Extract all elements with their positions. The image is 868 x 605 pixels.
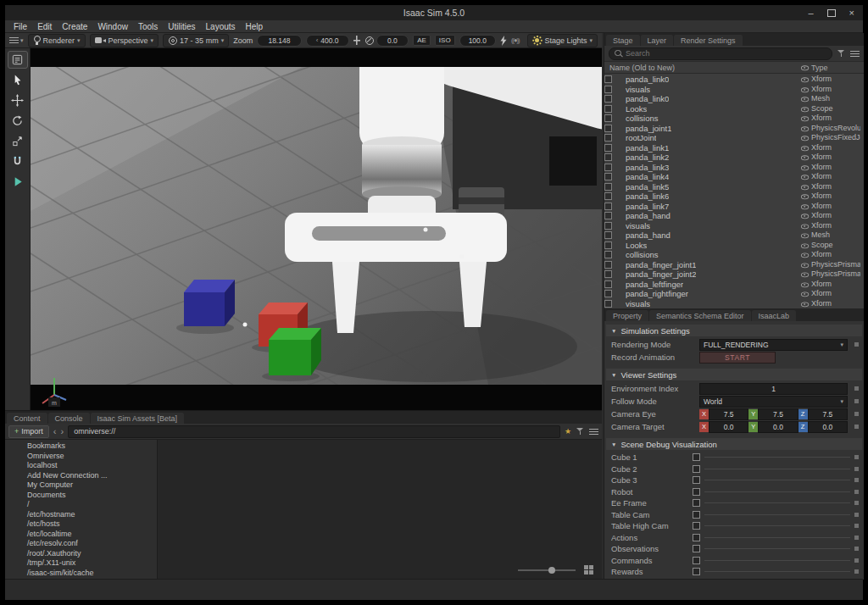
expander-icon[interactable] xyxy=(604,203,612,210)
auto-exposure-toggle[interactable]: AE xyxy=(413,35,431,46)
visibility-eye-icon[interactable] xyxy=(800,86,810,93)
visibility-eye-icon[interactable] xyxy=(800,173,810,180)
camera-eye-x-field[interactable]: 7.5 xyxy=(709,408,748,420)
visibility-eye-icon[interactable] xyxy=(800,114,810,122)
content-tab[interactable]: Console xyxy=(48,413,90,424)
expander-icon[interactable] xyxy=(604,280,612,288)
scale-tool-button[interactable] xyxy=(8,132,28,150)
move-target-icon[interactable] xyxy=(353,36,360,45)
visibility-eye-icon[interactable] xyxy=(800,261,810,269)
visibility-eye-icon[interactable] xyxy=(800,144,810,152)
content-tree-row[interactable]: /etc/hosts xyxy=(5,519,157,530)
content-tab[interactable]: Content xyxy=(7,413,47,424)
stage-tab[interactable]: Stage xyxy=(606,35,640,46)
content-tree-row[interactable]: / xyxy=(5,500,157,510)
stage-tree-row[interactable]: collisions Xform xyxy=(604,114,864,124)
expander-icon[interactable] xyxy=(604,164,612,171)
debug-checkbox[interactable] xyxy=(693,476,700,484)
debug-checkbox[interactable] xyxy=(693,488,700,496)
visibility-eye-icon[interactable] xyxy=(800,164,810,171)
options-menu-icon[interactable] xyxy=(589,428,598,436)
expander-icon[interactable] xyxy=(604,105,612,113)
viewport[interactable]: m xyxy=(31,48,602,410)
stage-tree-row[interactable]: panda_rightfinger Xform xyxy=(604,289,864,299)
follow-mode-dropdown[interactable]: World ▾ xyxy=(699,396,848,408)
viewport-3d-scene[interactable] xyxy=(31,67,602,385)
exposure-slider[interactable]: 0.0 xyxy=(376,35,409,47)
zoom-slider[interactable]: 18.148 xyxy=(257,35,302,47)
visibility-eye-icon[interactable] xyxy=(800,95,810,103)
file-grid-area[interactable] xyxy=(158,440,602,580)
back-nav-icon[interactable]: ‹ xyxy=(53,426,57,437)
menu-item[interactable]: Create xyxy=(57,20,92,33)
expander-icon[interactable] xyxy=(604,300,612,308)
property-tab[interactable]: IsaacLab xyxy=(752,310,797,321)
content-tree-row[interactable]: Add New Connection ... xyxy=(5,471,157,481)
debug-checkbox[interactable] xyxy=(693,499,700,507)
lens-dropdown[interactable]: 17 - 35 mm ▾ xyxy=(163,34,229,47)
expander-icon[interactable] xyxy=(604,153,612,161)
stage-tree-row[interactable]: panda_link4 Xform xyxy=(604,172,864,182)
thumbnail-size-slider[interactable] xyxy=(518,569,576,571)
stage-tree-row[interactable]: panda_hand Xform xyxy=(604,211,864,221)
camera-target-z-field[interactable]: 0.0 xyxy=(808,421,848,433)
section-viewer-settings[interactable]: ▼ Viewer Settings xyxy=(606,369,862,380)
visibility-eye-icon[interactable] xyxy=(800,280,810,288)
camera-target-x-field[interactable]: 0.0 xyxy=(709,421,748,433)
content-tree-row[interactable]: Bookmarks xyxy=(5,441,157,452)
bookmark-star-icon[interactable]: ★ xyxy=(565,427,571,436)
stage-tree-row[interactable]: Looks Scope xyxy=(604,104,864,114)
visibility-eye-icon[interactable] xyxy=(800,300,810,308)
stage-tree-row[interactable]: visuals Xform xyxy=(604,299,864,309)
menu-item[interactable]: Utilities xyxy=(163,20,200,33)
visibility-eye-icon[interactable] xyxy=(800,290,810,297)
visibility-eye-icon[interactable] xyxy=(800,183,810,191)
toolbar-palette-button[interactable] xyxy=(8,51,28,69)
audio-speaker-icon[interactable]: ((●)) xyxy=(511,36,520,44)
expander-icon[interactable] xyxy=(604,125,612,132)
content-tree-row[interactable]: /isaac-sim/kit/cache xyxy=(5,569,157,579)
rendering-mode-dropdown[interactable]: FULL_RENDERING ▾ xyxy=(699,339,848,351)
viewport-options-button[interactable]: ▾ xyxy=(9,36,24,44)
stage-tab[interactable]: Layer xyxy=(641,35,674,46)
visibility-eye-icon[interactable] xyxy=(800,192,810,200)
content-tree-row[interactable]: /etc/hostname xyxy=(5,510,157,520)
axis-gizmo[interactable]: m xyxy=(37,375,75,408)
visibility-eye-icon[interactable] xyxy=(800,241,810,249)
menu-item[interactable]: Layouts xyxy=(201,20,241,33)
debug-checkbox[interactable] xyxy=(693,453,700,461)
stage-tab[interactable]: Render Settings xyxy=(674,35,743,46)
forward-nav-icon[interactable]: › xyxy=(60,426,64,437)
expander-icon[interactable] xyxy=(604,173,612,180)
debug-checkbox[interactable] xyxy=(693,557,700,564)
close-button[interactable]: × xyxy=(849,8,854,18)
debug-checkbox[interactable] xyxy=(693,522,700,530)
menu-item[interactable]: Help xyxy=(241,20,269,33)
focus-distance-slider[interactable]: ‹ 400.0 xyxy=(306,35,349,47)
stage-tree-row[interactable]: panda_link5 Xform xyxy=(604,182,864,192)
start-record-button[interactable]: START xyxy=(699,352,776,364)
visibility-eye-icon[interactable] xyxy=(800,134,810,142)
stage-tree-row[interactable]: panda_leftfinger Xform xyxy=(604,280,864,290)
iso-toggle[interactable]: ISO xyxy=(435,35,455,46)
expander-icon[interactable] xyxy=(604,192,612,200)
stage-tree-row[interactable]: panda_link2 Xform xyxy=(604,153,864,163)
expander-icon[interactable] xyxy=(604,270,612,278)
expander-icon[interactable] xyxy=(604,144,612,152)
stage-tree-row[interactable]: panda_joint1 PhysicsRevolute xyxy=(604,124,864,134)
path-bar[interactable]: omniverse:// xyxy=(68,425,560,438)
expander-icon[interactable] xyxy=(604,134,612,142)
flash-icon[interactable] xyxy=(500,36,507,46)
play-button[interactable] xyxy=(8,173,28,191)
content-tree-row[interactable]: Omniverse xyxy=(5,452,157,462)
debug-checkbox[interactable] xyxy=(693,465,700,473)
visibility-eye-icon[interactable] xyxy=(800,212,810,219)
stage-tree-row[interactable]: visuals Xform xyxy=(604,85,864,95)
stage-tree-row[interactable]: panda_link0 Xform xyxy=(604,75,864,85)
maximize-button[interactable] xyxy=(827,9,836,17)
stage-tree-row[interactable]: panda_finger_joint1 PhysicsPrismatic xyxy=(604,260,864,270)
move-tool-button[interactable] xyxy=(8,92,28,109)
section-scene-debug-visualization[interactable]: ▼ Scene Debug Visualization xyxy=(606,438,862,450)
stage-tree-row[interactable]: panda_link6 Xform xyxy=(604,191,864,202)
expander-icon[interactable] xyxy=(604,241,612,249)
